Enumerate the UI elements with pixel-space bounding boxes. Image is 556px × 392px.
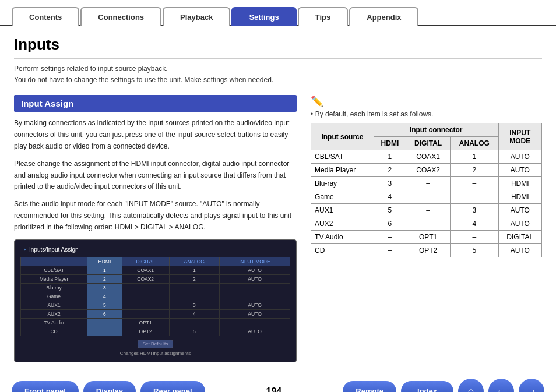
back-button[interactable]: ← [488, 379, 514, 392]
tab-contents[interactable]: Contents [12, 7, 79, 26]
table-row: CBL/SAT 1 COAX1 1 AUTO [311, 150, 542, 164]
page-number: 194 [257, 386, 291, 392]
screenshot-title: ⇒ Inputs/Input Assign [20, 246, 290, 253]
tab-connections[interactable]: Connections [80, 7, 161, 26]
screenshot-row: TV Audio OPT1 [21, 318, 290, 327]
main-content: Inputs Perform settings related to input… [0, 26, 556, 368]
screenshot-row: CD OPT2 5 AUTO [21, 327, 290, 336]
remote-button[interactable]: Remote [343, 381, 396, 392]
tab-settings[interactable]: Settings [231, 7, 296, 26]
table-row: AUX1 5 – 3 AUTO [311, 204, 542, 217]
bullet-note: • By default, each item is set as follow… [311, 110, 542, 118]
screenshot-row: CBL/SAT 1 COAX1 1 AUTO [21, 266, 290, 274]
bottom-nav-right: Remote Index ⌂ ← → [343, 379, 544, 392]
page-title: Inputs [14, 36, 542, 59]
screenshot-row: Media Player 2 COAX2 2 AUTO [21, 274, 290, 283]
note-pencil-icon: ✏️ [311, 95, 542, 108]
col-header-connector: Input connector [374, 123, 498, 137]
rear-panel-button[interactable]: Rear panel [140, 381, 205, 392]
screenshot-table: HDMI DIGITAL ANALOG INPUT MODE CBL/SAT 1… [20, 257, 290, 336]
arrow-icon: ⇒ [20, 246, 26, 253]
tab-tips[interactable]: Tips [298, 7, 349, 26]
home-button[interactable]: ⌂ [458, 379, 484, 392]
bottom-navigation: Front panel Display Rear panel 194 Remot… [0, 373, 556, 392]
screenshot-row: AUX2 6 4 AUTO [21, 309, 290, 318]
screenshot-note: Changes HDMI input assignments [20, 351, 290, 356]
screenshot-row: AUX1 5 3 AUTO [21, 301, 290, 309]
col-header-hdmi: HDMI [374, 137, 406, 150]
display-button[interactable]: Display [83, 381, 136, 392]
tab-appendix[interactable]: Appendix [349, 7, 418, 26]
col-header-source: Input source [311, 123, 374, 150]
table-row: CD – OPT2 5 AUTO [311, 244, 542, 257]
top-navigation: Contents Connections Playback Settings T… [0, 0, 556, 26]
body-text-2: Please change the assignment of the HDMI… [14, 158, 297, 193]
table-row: Blu-ray 3 – – HDMI [311, 177, 542, 190]
index-button[interactable]: Index [401, 381, 453, 392]
col-header-mode: INPUTMODE [498, 123, 542, 150]
screenshot-panel: ⇒ Inputs/Input Assign HDMI DIGITAL ANALO… [14, 239, 297, 362]
screenshot-row: Blu ray 3 [21, 283, 290, 292]
left-column: Input Assign By making connections as in… [14, 95, 297, 362]
page-subtitle: Perform settings related to input source… [14, 63, 542, 86]
table-row: Media Player 2 COAX2 2 AUTO [311, 164, 542, 177]
front-panel-button[interactable]: Front panel [12, 381, 79, 392]
screenshot-row: Game 4 [21, 292, 290, 301]
table-row: Game 4 – – HDMI [311, 190, 542, 204]
tab-playback[interactable]: Playback [163, 7, 230, 26]
table-row: TV Audio – OPT1 – DIGITAL [311, 231, 542, 244]
forward-button[interactable]: → [519, 379, 544, 392]
right-column: ✏️ • By default, each item is set as fol… [311, 95, 542, 362]
input-table: Input source Input connector INPUTMODE H… [311, 123, 542, 257]
col-header-digital: DIGITAL [406, 137, 451, 150]
bottom-nav-left: Front panel Display Rear panel [12, 381, 205, 392]
section-header: Input Assign [14, 95, 297, 112]
col-header-analog: ANALOG [451, 137, 498, 150]
table-row: AUX2 6 – 4 AUTO [311, 217, 542, 231]
set-defaults-button[interactable]: Set Defaults [138, 340, 174, 348]
body-text-3: Sets the audio input mode for each "INPU… [14, 199, 297, 233]
body-text-1: By making connections as indicated by th… [14, 118, 297, 152]
